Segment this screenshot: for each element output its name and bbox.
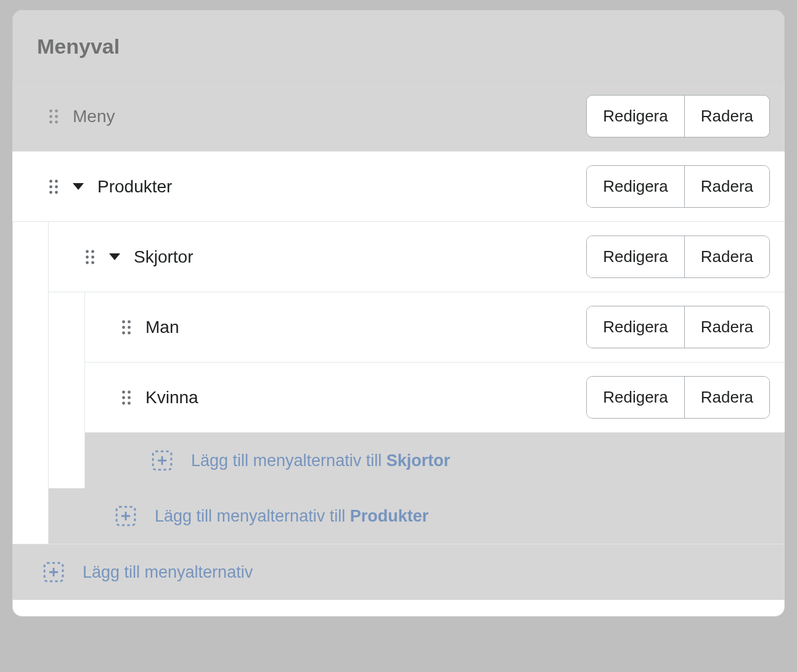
delete-button[interactable]: Radera [684, 96, 769, 137]
add-item-label: Lägg till menyalternativ [83, 563, 253, 582]
caret-down-icon[interactable] [73, 183, 84, 190]
edit-button[interactable]: Redigera [587, 306, 684, 348]
drag-handle-icon[interactable] [84, 250, 96, 264]
svg-point-25 [128, 390, 131, 393]
svg-point-21 [128, 326, 131, 329]
menu-row-label: Kvinna [145, 388, 198, 408]
svg-point-28 [122, 401, 125, 404]
drag-handle-icon[interactable] [48, 179, 59, 194]
svg-point-17 [91, 261, 94, 264]
svg-point-22 [122, 331, 125, 334]
edit-button[interactable]: Redigera [587, 96, 684, 137]
drag-handle-icon[interactable] [121, 320, 132, 335]
row-actions: Redigera Radera [586, 376, 770, 419]
svg-point-9 [55, 185, 58, 188]
edit-button[interactable]: Redigera [587, 236, 684, 277]
edit-button[interactable]: Redigera [587, 377, 684, 418]
nested-container-level2: Man Redigera Radera Kvinna [84, 292, 785, 488]
svg-point-4 [49, 120, 52, 123]
svg-point-0 [49, 109, 52, 112]
menu-row-label: Man [145, 318, 179, 337]
svg-point-13 [91, 250, 94, 253]
svg-point-3 [55, 115, 58, 118]
svg-point-18 [122, 320, 125, 323]
edit-button[interactable]: Redigera [587, 166, 684, 207]
delete-button[interactable]: Radera [684, 166, 769, 207]
svg-point-14 [86, 255, 89, 258]
menu-row-produkter[interactable]: Produkter Redigera Radera [12, 152, 785, 222]
add-item-to-produkter[interactable]: Lägg till menyalternativ till Produkter [49, 488, 785, 544]
row-actions: Redigera Radera [586, 236, 770, 278]
svg-point-24 [122, 390, 125, 393]
svg-point-12 [86, 250, 89, 253]
svg-point-2 [49, 115, 52, 118]
svg-point-15 [91, 255, 94, 258]
delete-button[interactable]: Radera [684, 377, 769, 418]
svg-point-16 [86, 261, 89, 264]
svg-point-23 [128, 331, 131, 334]
svg-point-8 [49, 185, 52, 188]
menu-row-label: Skjortor [134, 247, 193, 267]
add-icon [115, 506, 136, 527]
svg-point-5 [55, 120, 58, 123]
svg-point-29 [128, 401, 131, 404]
nested-container-level1: Skjortor Redigera Radera Man [48, 222, 785, 544]
row-actions: Redigera Radera [586, 165, 770, 208]
svg-point-1 [55, 109, 58, 112]
drag-handle-icon[interactable] [121, 390, 132, 405]
add-icon [152, 450, 173, 471]
svg-point-11 [55, 191, 58, 194]
menu-row-label: Meny [73, 107, 115, 126]
add-item-label: Lägg till menyalternativ till Skjortor [191, 451, 450, 470]
menu-row-root[interactable]: Meny Redigera Radera [12, 81, 785, 152]
add-item-root[interactable]: Lägg till menyalternativ [12, 544, 785, 600]
drag-handle-icon[interactable] [48, 109, 59, 124]
menu-row-kvinna[interactable]: Kvinna Redigera Radera [85, 363, 785, 433]
panel-title: Menyval [37, 35, 760, 59]
panel-header: Menyval [12, 10, 785, 81]
delete-button[interactable]: Radera [684, 306, 769, 348]
delete-button[interactable]: Radera [684, 236, 769, 277]
svg-point-10 [49, 191, 52, 194]
row-actions: Redigera Radera [586, 306, 770, 348]
row-actions: Redigera Radera [586, 95, 770, 137]
svg-point-7 [55, 179, 58, 182]
modal-backdrop: Menyval Meny Redigera Radera Produ [0, 0, 797, 672]
menu-row-man[interactable]: Man Redigera Radera [85, 292, 785, 363]
add-item-label: Lägg till menyalternativ till Produkter [155, 507, 428, 526]
menu-row-skjortor[interactable]: Skjortor Redigera Radera [49, 222, 785, 292]
add-item-to-skjortor[interactable]: Lägg till menyalternativ till Skjortor [85, 433, 785, 488]
menu-panel: Menyval Meny Redigera Radera Produ [12, 10, 785, 617]
svg-point-20 [122, 326, 125, 329]
svg-point-26 [122, 396, 125, 399]
svg-point-6 [49, 179, 52, 182]
svg-point-27 [128, 396, 131, 399]
add-icon [43, 562, 64, 583]
menu-row-label: Produkter [97, 177, 172, 197]
caret-down-icon[interactable] [109, 253, 120, 260]
svg-point-19 [128, 320, 131, 323]
